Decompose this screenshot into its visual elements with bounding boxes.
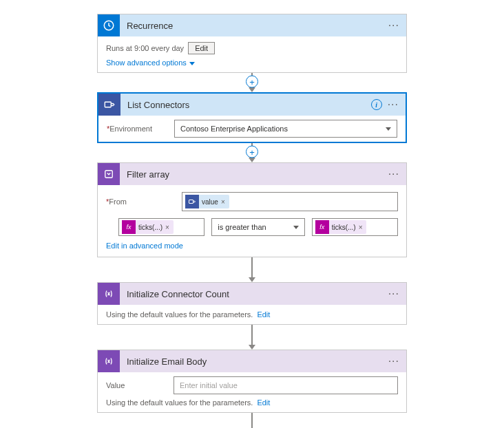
variable-icon — [98, 283, 120, 305]
list-connectors-header[interactable]: List Connectors i ··· — [98, 94, 406, 116]
flow-designer-canvas: Recurrence ··· Runs at 9:00 every day Ed… — [0, 14, 504, 428]
expression-token[interactable]: fx ticks(...) × — [315, 220, 367, 234]
remove-token-icon[interactable]: × — [165, 224, 169, 231]
list-connectors-title: List Connectors — [120, 100, 371, 110]
filter-left-operand[interactable]: fx ticks(...) × — [118, 218, 204, 236]
show-advanced-link[interactable]: Show advanced options — [106, 58, 195, 67]
init-connector-count-title: Initialize Connector Count — [120, 289, 388, 299]
expression-token[interactable]: fx ticks(...) × — [122, 220, 174, 234]
chevron-down-icon — [189, 62, 195, 65]
filter-array-card[interactable]: Filter array ··· *From value × — [97, 162, 407, 257]
list-connectors-card[interactable]: List Connectors i ··· *Environment Conto… — [97, 92, 407, 143]
connector-arrow — [251, 325, 253, 350]
default-params-text: Using the default values for the paramet… — [106, 310, 253, 319]
info-icon[interactable]: i — [371, 99, 382, 110]
fx-icon: fx — [315, 220, 329, 234]
recurrence-header[interactable]: Recurrence ··· — [98, 14, 406, 36]
init-connector-count-edit-link[interactable]: Edit — [257, 310, 270, 319]
svg-rect-1 — [105, 102, 111, 107]
environment-select[interactable]: Contoso Enterprise Applications — [174, 120, 397, 138]
from-input[interactable]: value × — [182, 192, 398, 211]
chevron-down-icon — [386, 127, 391, 131]
filter-operator-select[interactable]: is greater than — [211, 218, 304, 236]
environment-row: *Environment Contoso Enterprise Applicat… — [98, 116, 406, 142]
value-token[interactable]: value × — [185, 195, 229, 208]
filter-right-operand[interactable]: fx ticks(...) × — [312, 218, 398, 236]
add-step-button[interactable]: + — [246, 76, 258, 88]
recurrence-card[interactable]: Recurrence ··· Runs at 9:00 every day Ed… — [97, 14, 407, 73]
connector-arrow — [251, 257, 253, 282]
chevron-down-icon — [293, 226, 299, 229]
default-params-text: Using the default values for the paramet… — [106, 398, 253, 407]
remove-token-icon[interactable]: × — [359, 224, 363, 231]
fx-icon: fx — [122, 220, 136, 234]
connectors-icon — [98, 94, 120, 116]
clock-icon — [98, 14, 120, 36]
init-email-body-card[interactable]: Initialize Email Body ··· Value Enter in… — [97, 350, 407, 413]
connector-arrow: + — [251, 143, 253, 162]
variable-icon — [98, 350, 120, 372]
init-connector-count-card[interactable]: Initialize Connector Count ··· Using the… — [97, 282, 407, 325]
recurrence-edit-button[interactable]: Edit — [188, 42, 215, 54]
filter-array-title: Filter array — [120, 169, 388, 180]
init-email-body-edit-link[interactable]: Edit — [257, 398, 270, 407]
list-connectors-menu-icon[interactable]: ··· — [388, 98, 399, 111]
connector-arrow — [251, 413, 253, 428]
init-connector-count-menu-icon[interactable]: ··· — [388, 288, 399, 300]
recurrence-schedule-text: Runs at 9:00 every day — [106, 44, 184, 52]
value-row: Value Enter initial value — [98, 372, 406, 398]
recurrence-menu-icon[interactable]: ··· — [388, 19, 399, 32]
filter-array-menu-icon[interactable]: ··· — [388, 168, 399, 180]
edit-advanced-mode-link[interactable]: Edit in advanced mode — [106, 242, 398, 250]
init-email-body-title: Initialize Email Body — [120, 356, 388, 367]
init-email-body-menu-icon[interactable]: ··· — [388, 355, 399, 367]
connector-arrow: + — [251, 73, 253, 92]
svg-rect-3 — [189, 200, 193, 204]
add-step-button[interactable]: + — [246, 146, 258, 158]
connectors-icon — [185, 195, 199, 208]
filter-icon — [98, 163, 120, 185]
init-connector-count-header[interactable]: Initialize Connector Count ··· — [98, 283, 406, 305]
recurrence-title: Recurrence — [120, 21, 388, 31]
init-email-body-header[interactable]: Initialize Email Body ··· — [98, 350, 406, 372]
value-input[interactable]: Enter initial value — [174, 376, 398, 394]
filter-array-header[interactable]: Filter array ··· — [98, 163, 406, 185]
remove-token-icon[interactable]: × — [221, 198, 225, 206]
